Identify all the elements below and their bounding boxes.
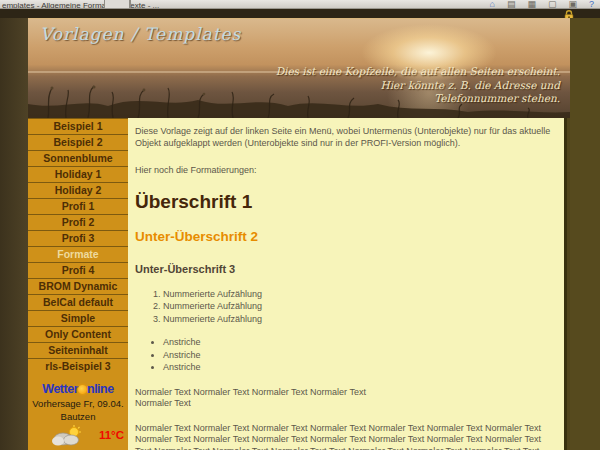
sidebar-item-seiteninhalt[interactable]: Seiteninhalt <box>28 342 128 358</box>
page-top-strip <box>0 9 600 18</box>
sidebar-item-simple[interactable]: Simple <box>28 310 128 326</box>
numbered-list-item: Nummerierte Aufzählung <box>163 314 556 326</box>
bullet-list-item: Anstriche <box>163 362 556 374</box>
tab-divider <box>130 0 131 9</box>
sidebar-item-profi-3[interactable]: Profi 3 <box>28 230 128 246</box>
page-left-margin <box>0 18 28 450</box>
sidebar-item-sonnenblume[interactable]: Sonnenblume <box>28 150 128 166</box>
numbered-list-item: Nummerierte Aufzählung <box>163 289 556 301</box>
temperature-value: 11°C <box>99 429 124 441</box>
cloud-sun-icon <box>50 424 84 448</box>
sidebar-item-profi-4[interactable]: Profi 4 <box>28 262 128 278</box>
brand-text: Wetter <box>42 382 78 396</box>
home-icon[interactable]: ⌂ <box>489 0 494 8</box>
sidebar-item-formate[interactable]: Formate <box>28 246 128 262</box>
sidebar-item-profi-1[interactable]: Profi 1 <box>28 198 128 214</box>
header-banner: Vorlagen / Templates Dies ist eine Kopfz… <box>28 18 570 118</box>
normal-text-line: Normaler Text Normaler Text Normaler Tex… <box>135 387 556 399</box>
tagline-line: Dies ist eine Kopfzeile, die auf allen S… <box>276 65 560 79</box>
safety-icon[interactable]: ▣ <box>568 0 577 8</box>
screen: emplates - Allgemeine Formate für Texte … <box>0 0 600 450</box>
sidebar-item-brom-dynamic[interactable]: BROM Dynamic <box>28 278 128 294</box>
heading-3: Unter-Überschrift 3 <box>135 263 556 276</box>
page-icon[interactable]: ▢ <box>548 0 557 8</box>
sidebar-item-holiday-2[interactable]: Holiday 2 <box>28 182 128 198</box>
sun-icon <box>78 385 87 394</box>
heading-2: Unter-Überschrift 2 <box>135 229 556 244</box>
sidebar-item-belcal-default[interactable]: BelCal default <box>28 294 128 310</box>
sidebar-item-only-content[interactable]: Only Content <box>28 326 128 342</box>
bullet-list: Anstriche Anstriche Anstriche <box>151 337 556 374</box>
normal-text-long-paragraph: Normaler Text Normaler Text Normaler Tex… <box>135 423 556 450</box>
numbered-list-item: Nummerierte Aufzählung <box>163 301 556 313</box>
bullet-list-item: Anstriche <box>163 350 556 362</box>
main-content: Diese Vorlage zeigt auf der linken Seite… <box>128 118 567 450</box>
browser-toolbar: ⌂ ▤ ▦ ▢ ▣ ? <box>489 0 594 9</box>
sidebar-item-beispiel-1[interactable]: Beispiel 1 <box>28 118 128 134</box>
sidebar-item-rls-beispiel-3[interactable]: rls-Beispiel 3 <box>28 358 128 374</box>
weather-widget: Wetternline Vorhersage Fr, 09.04. Bautze… <box>28 376 128 450</box>
print-icon[interactable]: ▦ <box>527 0 536 8</box>
bullet-list-item: Anstriche <box>163 337 556 349</box>
feeds-icon[interactable]: ▤ <box>507 0 516 8</box>
sidebar-menu: Beispiel 1 Beispiel 2 Sonnenblume Holida… <box>28 118 128 450</box>
heading-1: Überschrift 1 <box>135 191 556 212</box>
help-icon[interactable]: ? <box>589 0 594 8</box>
dune-grass-graphic <box>28 84 570 118</box>
site-title: Vorlagen / Templates <box>40 24 241 44</box>
formats-intro-line: Hier noch die Formatierungen: <box>135 165 556 177</box>
browser-tab-bar: emplates - Allgemeine Formate für Texte … <box>0 0 600 9</box>
browser-tab-stub[interactable] <box>104 0 130 9</box>
sidebar-item-holiday-1[interactable]: Holiday 1 <box>28 166 128 182</box>
brand-text: nline <box>87 382 114 396</box>
normal-text-line: Normaler Text <box>135 398 556 410</box>
numbered-list: Nummerierte Aufzählung Nummerierte Aufzä… <box>149 289 556 326</box>
intro-paragraph: Diese Vorlage zeigt auf der linken Seite… <box>135 126 556 149</box>
browser-tab-title[interactable]: emplates - Allgemeine Formate für Texte … <box>2 1 159 9</box>
normal-text-paragraph: Normaler Text Normaler Text Normaler Tex… <box>135 387 556 410</box>
forecast-label: Vorhersage Fr, 09.04. <box>28 398 128 409</box>
sidebar-item-profi-2[interactable]: Profi 2 <box>28 214 128 230</box>
forecast-city: Bautzen <box>28 411 128 422</box>
wetteronline-logo[interactable]: Wetternline <box>28 382 128 396</box>
sidebar-item-beispiel-2[interactable]: Beispiel 2 <box>28 134 128 150</box>
page-right-margin <box>570 18 600 450</box>
